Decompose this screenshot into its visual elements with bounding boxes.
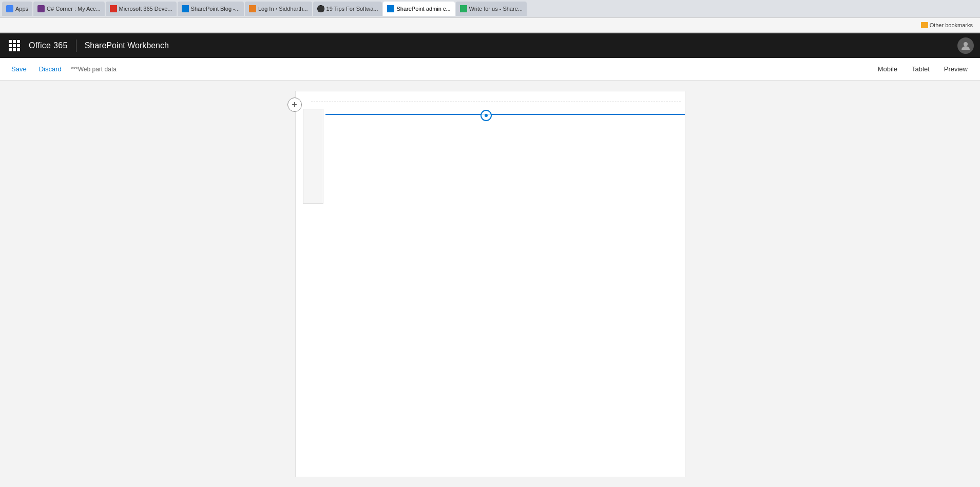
app-launcher-button[interactable] xyxy=(6,37,23,54)
svg-point-0 xyxy=(964,42,968,46)
bookmark-favicon-other-bookmarks xyxy=(921,22,928,28)
discard-button[interactable]: Discard xyxy=(36,63,65,75)
workbench-canvas: + xyxy=(295,91,685,477)
tab-label-sp-blog: SharePoint Blog -... xyxy=(191,6,240,12)
tab-favicon-sp-blog xyxy=(182,5,189,12)
cursor-indicator xyxy=(481,110,492,121)
browser-tab-sp-admin[interactable]: SharePoint admin c... xyxy=(383,2,454,16)
tablet-view-button[interactable]: Tablet xyxy=(908,63,934,75)
header-divider xyxy=(76,40,76,52)
tab-favicon-write xyxy=(460,5,467,12)
page-title: SharePoint Workbench xyxy=(85,41,169,50)
browser-tab-ms365[interactable]: Microsoft 365 Deve... xyxy=(106,2,177,16)
preview-button[interactable]: Preview xyxy=(940,63,972,75)
tab-favicon-ms365 xyxy=(110,5,117,12)
tab-label-sp-admin: SharePoint admin c... xyxy=(396,6,450,12)
bookmarks-bar: Other bookmarks xyxy=(0,17,980,33)
add-section-button[interactable]: + xyxy=(287,98,302,112)
mobile-view-button[interactable]: Mobile xyxy=(874,63,901,75)
bookmark-other-bookmarks[interactable]: Other bookmarks xyxy=(918,21,976,29)
tab-label-ms365: Microsoft 365 Deve... xyxy=(119,6,172,12)
tab-bar: AppsC# Corner : My Acc...Microsoft 365 D… xyxy=(0,0,980,17)
browser-tab-apps[interactable]: Apps xyxy=(2,2,32,16)
tab-favicon-dev-tips xyxy=(317,5,324,12)
save-button[interactable]: Save xyxy=(8,63,30,75)
browser-tab-dev-tips[interactable]: 19 Tips For Softwa... xyxy=(313,2,382,16)
grid-icon xyxy=(9,40,20,51)
tab-favicon-login xyxy=(249,5,256,12)
web-part-label: ***Web part data xyxy=(71,66,117,73)
tab-label-write: Write for us - Share... xyxy=(469,6,523,12)
plus-icon: + xyxy=(292,100,297,109)
section-blue-divider xyxy=(325,114,685,115)
tab-label-apps: Apps xyxy=(15,6,28,12)
workbench-area: + xyxy=(0,81,980,487)
browser-tab-csharp[interactable]: C# Corner : My Acc... xyxy=(33,2,105,16)
tab-label-dev-tips: 19 Tips For Softwa... xyxy=(326,6,378,12)
section-dashed-line xyxy=(311,102,681,102)
bookmark-label-other-bookmarks: Other bookmarks xyxy=(930,22,973,28)
app-header: Office 365 SharePoint Workbench xyxy=(0,33,980,58)
browser-tab-login[interactable]: Log In ‹ Siddharth... xyxy=(245,2,312,16)
user-avatar[interactable] xyxy=(957,37,974,54)
app-title: Office 365 xyxy=(29,41,68,50)
tab-favicon-sp-admin xyxy=(387,5,394,12)
tab-label-login: Log In ‹ Siddharth... xyxy=(258,6,308,12)
tab-favicon-csharp xyxy=(37,5,45,12)
toolbar: Save Discard ***Web part data Mobile Tab… xyxy=(0,58,980,81)
tab-favicon-apps xyxy=(6,5,13,12)
tab-label-csharp: C# Corner : My Acc... xyxy=(47,6,101,12)
browser-tab-write[interactable]: Write for us - Share... xyxy=(456,2,527,16)
browser-tab-sp-blog[interactable]: SharePoint Blog -... xyxy=(178,2,244,16)
cursor-circle xyxy=(481,110,492,121)
cursor-dot xyxy=(485,114,488,117)
side-panel xyxy=(303,109,323,204)
browser-chrome: AppsC# Corner : My Acc...Microsoft 365 D… xyxy=(0,0,980,33)
